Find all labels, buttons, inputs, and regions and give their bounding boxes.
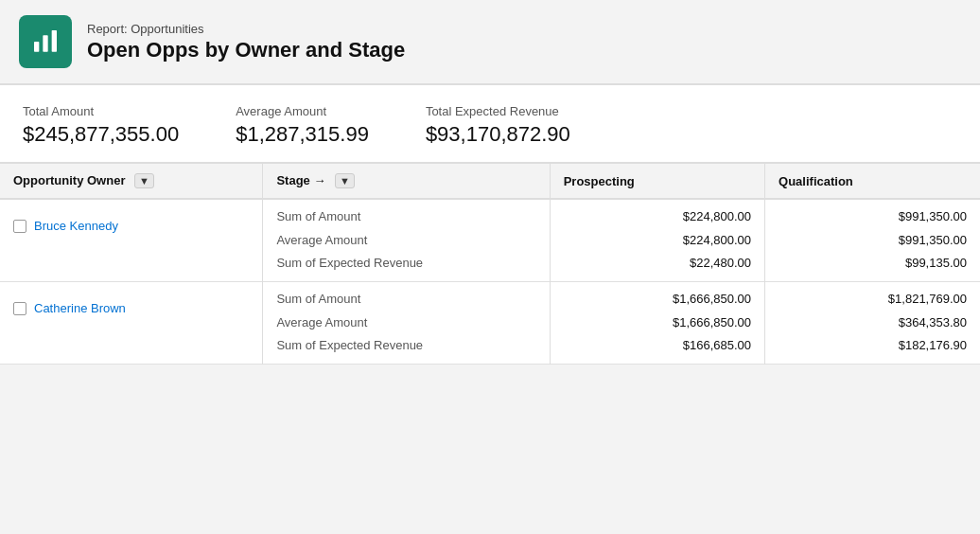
col-stage-label: Stage (276, 173, 309, 187)
stage-arrow-icon: → (313, 173, 325, 187)
table-header-row: Opportunity Owner ▼ Stage → ▼ Prospectin… (0, 164, 980, 199)
chart-icon (30, 27, 61, 57)
report-header: Report: Opportunities Open Opps by Owner… (0, 0, 980, 85)
prospecting-value: $22,480.00 (564, 252, 751, 276)
qualification-value: $991,350.00 (779, 205, 967, 229)
svg-rect-2 (52, 30, 57, 52)
owner-filter-button[interactable]: ▼ (134, 173, 154, 188)
metric-label: Sum of Amount (276, 205, 535, 229)
owner-link[interactable]: Bruce Kennedy (34, 219, 118, 233)
expected-revenue-label: Total Expected Revenue (426, 104, 570, 118)
qualification-value: $991,350.00 (779, 229, 967, 253)
qualification-value: $182,176.90 (779, 334, 967, 358)
qualification-value: $364,353.80 (779, 312, 967, 335)
prospecting-cell: $224,800.00$224,800.00$22,480.00 (550, 199, 764, 282)
metrics-cell: Sum of AmountAverage AmountSum of Expect… (263, 199, 550, 282)
qualification-cell: $1,821,769.00$364,353.80$182,176.90 (765, 282, 980, 365)
report-subtitle: Report: Opportunities (87, 22, 405, 36)
metric-label: Sum of Expected Revenue (276, 252, 535, 276)
col-qualification-label: Qualification (779, 174, 853, 188)
prospecting-value: $224,800.00 (564, 205, 751, 229)
metric-label: Average Amount (276, 312, 535, 335)
col-header-stage: Stage → ▼ (263, 164, 550, 199)
col-prospecting-label: Prospecting (564, 174, 635, 188)
average-amount-label: Average Amount (236, 104, 369, 118)
summary-average-amount: Average Amount $1,287,315.99 (236, 104, 369, 147)
qualification-value: $99,135.00 (779, 252, 967, 276)
total-amount-label: Total Amount (23, 104, 179, 118)
report-icon (19, 15, 72, 68)
prospecting-value: $1,666,850.00 (564, 288, 751, 312)
owner-link[interactable]: Catherine Brown (34, 301, 126, 315)
summary-total-amount: Total Amount $245,877,355.00 (23, 104, 179, 147)
col-header-qualification: Qualification (765, 164, 980, 199)
prospecting-value: $1,666,850.00 (564, 312, 751, 335)
svg-rect-0 (34, 42, 39, 52)
report-title-block: Report: Opportunities Open Opps by Owner… (87, 22, 405, 62)
owner-checkbox[interactable] (13, 220, 26, 233)
prospecting-value: $166,685.00 (564, 334, 751, 358)
report-title: Open Opps by Owner and Stage (87, 38, 405, 62)
metric-label: Sum of Amount (276, 288, 535, 312)
expected-revenue-value: $93,170,872.90 (426, 122, 570, 147)
stage-filter-button[interactable]: ▼ (335, 173, 355, 188)
owner-checkbox[interactable] (13, 302, 26, 315)
svg-rect-1 (43, 35, 47, 51)
col-header-prospecting: Prospecting (550, 164, 764, 199)
prospecting-value: $224,800.00 (564, 229, 751, 253)
col-owner-label: Opportunity Owner (13, 173, 125, 187)
prospecting-cell: $1,666,850.00$1,666,850.00$166,685.00 (550, 282, 764, 365)
opportunities-table: Opportunity Owner ▼ Stage → ▼ Prospectin… (0, 164, 980, 365)
metric-label: Average Amount (276, 229, 535, 253)
summary-row: Total Amount $245,877,355.00 Average Amo… (23, 104, 957, 147)
metrics-cell: Sum of AmountAverage AmountSum of Expect… (263, 282, 550, 365)
qualification-value: $1,821,769.00 (779, 288, 967, 312)
summary-section: Total Amount $245,877,355.00 Average Amo… (0, 85, 980, 164)
average-amount-value: $1,287,315.99 (236, 122, 369, 147)
summary-expected-revenue: Total Expected Revenue $93,170,872.90 (426, 104, 570, 147)
metric-label: Sum of Expected Revenue (276, 334, 535, 358)
total-amount-value: $245,877,355.00 (23, 122, 179, 147)
table-row: Catherine Brown Sum of AmountAverage Amo… (0, 282, 980, 365)
table-container: Opportunity Owner ▼ Stage → ▼ Prospectin… (0, 164, 980, 365)
qualification-cell: $991,350.00$991,350.00$99,135.00 (765, 199, 980, 282)
owner-cell: Catherine Brown (0, 282, 263, 365)
table-row: Bruce Kennedy Sum of AmountAverage Amoun… (0, 199, 980, 282)
owner-cell: Bruce Kennedy (0, 199, 263, 282)
col-header-owner: Opportunity Owner ▼ (0, 164, 263, 199)
